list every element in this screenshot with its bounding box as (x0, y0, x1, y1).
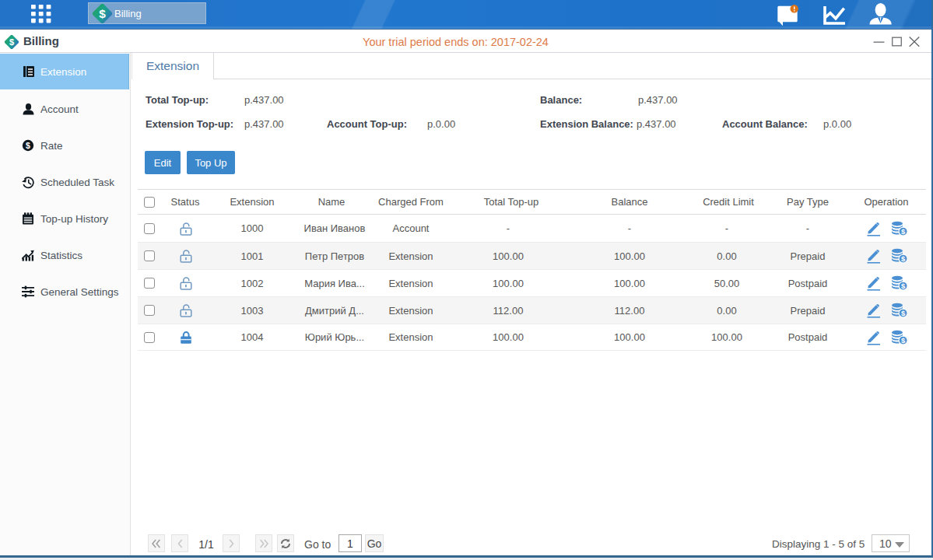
svg-text:$: $ (99, 7, 106, 20)
svg-text:$: $ (900, 227, 905, 236)
svg-text:$: $ (900, 309, 905, 317)
svg-text:$: $ (26, 141, 30, 150)
svg-text:$: $ (900, 336, 905, 345)
svg-text:$: $ (900, 282, 905, 290)
svg-text:$: $ (900, 254, 905, 263)
